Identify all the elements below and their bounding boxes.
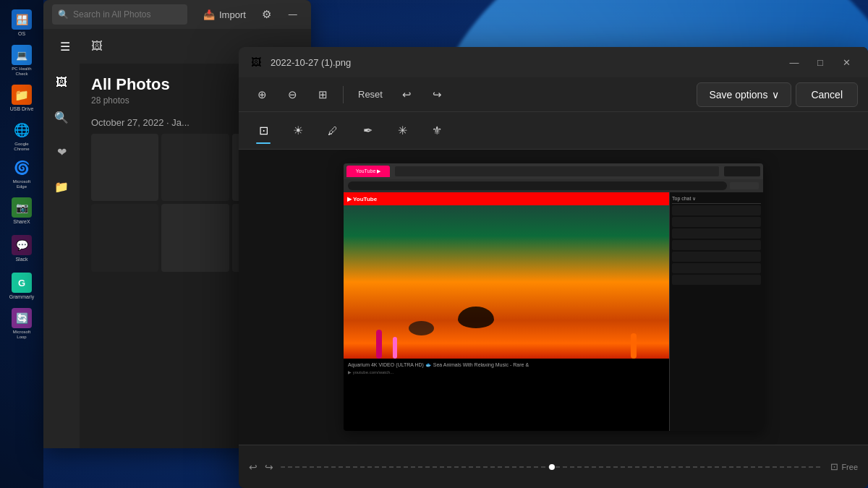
pen-icon: ✒ bbox=[363, 124, 373, 137]
taskbar-icon-pchealth[interactable]: 💻 PC HealthCheck bbox=[6, 45, 38, 77]
photos-maximize-button[interactable]: □ bbox=[306, 4, 311, 25]
editor-window: 🖼 2022-10-27 (1).png — □ ✕ ⊕ ⊖ ⊞ Reset ↩… bbox=[239, 47, 868, 488]
sidebar-folders-icon[interactable]: 📁 bbox=[48, 174, 75, 200]
photo-thumb-1[interactable] bbox=[91, 134, 158, 201]
eraser-tool-button[interactable]: 🖊 bbox=[318, 116, 347, 145]
filmstrip-timeline[interactable] bbox=[281, 466, 823, 468]
chevron-down-icon: ∨ bbox=[772, 89, 779, 100]
taskbar-icon-grammarly[interactable]: G Grammarly bbox=[6, 270, 38, 302]
photos-search-bar[interactable]: 🔍 bbox=[52, 4, 187, 25]
photos-titlebar: 🔍 📥 Import ⚙ — □ ✕ bbox=[43, 0, 311, 29]
editor-app-icon: 🖼 bbox=[249, 55, 263, 69]
filmstrip-undo-icon[interactable]: ↩ bbox=[249, 461, 258, 473]
undo-button[interactable]: ↩ bbox=[394, 82, 420, 107]
import-icon: 📥 bbox=[203, 9, 215, 20]
more-tools-button[interactable]: ⚜ bbox=[422, 116, 451, 145]
photos-win-controls: — □ ✕ bbox=[283, 4, 311, 25]
search-icon: 🔍 bbox=[58, 9, 69, 20]
editor-minimize-button[interactable]: — bbox=[783, 52, 806, 72]
taskbar-icon-loop[interactable]: 🔄 MicrosoftLoop bbox=[6, 308, 38, 340]
taskbar-left: 🪟 OS 💻 PC HealthCheck 📁 USB Drive 🌐 Goog… bbox=[0, 0, 43, 488]
photo-thumb-5[interactable] bbox=[161, 204, 229, 271]
taskbar-icon-slack[interactable]: 💬 Slack bbox=[6, 233, 38, 265]
editor-close-button[interactable]: ✕ bbox=[835, 52, 858, 72]
editor-secondary-toolbar: ⊡ ☀ 🖊 ✒ ✳ ⚜ bbox=[239, 112, 868, 150]
reset-button[interactable]: Reset bbox=[351, 82, 390, 107]
editor-maximize-button[interactable]: □ bbox=[809, 52, 832, 72]
filmstrip-redo-icon[interactable]: ↪ bbox=[265, 461, 273, 473]
effects-icon: ✳ bbox=[398, 124, 407, 137]
undo-icon: ↩ bbox=[402, 88, 412, 101]
sidebar-search-icon[interactable]: 🔍 bbox=[48, 104, 75, 130]
pen-tool-button[interactable]: ✒ bbox=[353, 116, 382, 145]
toolbar-divider-1 bbox=[343, 86, 344, 103]
fit-view-button[interactable]: ⊞ bbox=[310, 82, 336, 107]
brightness-tool-button[interactable]: ☀ bbox=[284, 116, 312, 145]
photos-import-button[interactable]: 📥 Import bbox=[193, 5, 256, 25]
photo-thumb-2[interactable] bbox=[161, 134, 229, 201]
zoom-in-icon: ⊕ bbox=[258, 88, 267, 101]
photos-menu-icon[interactable]: ☰ bbox=[52, 33, 78, 59]
zoom-out-button[interactable]: ⊖ bbox=[279, 82, 305, 107]
eraser-icon: 🖊 bbox=[328, 125, 338, 137]
editor-top-toolbar: ⊕ ⊖ ⊞ Reset ↩ ↪ Save options ∨ Cancel bbox=[239, 77, 868, 112]
photo-thumb-4[interactable] bbox=[91, 204, 158, 271]
sidebar-favorites-icon[interactable]: ❤ bbox=[48, 139, 75, 165]
photos-minimize-button[interactable]: — bbox=[283, 4, 303, 25]
taskbar-icon-usb[interactable]: 📁 USB Drive bbox=[6, 82, 38, 114]
taskbar-icon-sharex[interactable]: 📷 ShareX bbox=[6, 195, 38, 227]
editor-win-controls: — □ ✕ bbox=[783, 52, 858, 72]
taskbar-icon-chrome[interactable]: 🌐 GoogleChrome bbox=[6, 120, 38, 152]
taskbar-icon-edge[interactable]: 🌀 MicrosoftEdge bbox=[6, 158, 38, 189]
photos-sidebar: 🖼 🔍 ❤ 📁 bbox=[43, 64, 80, 448]
editor-filmstrip: ↩ ↪ ⊡ Free bbox=[239, 445, 868, 488]
editor-titlebar: 🖼 2022-10-27 (1).png — □ ✕ bbox=[239, 47, 868, 77]
zoom-out-icon: ⊖ bbox=[288, 88, 297, 101]
editor-canvas: YouTube ▶ ▶ YouTube bbox=[239, 150, 868, 445]
filmstrip-thumb[interactable] bbox=[549, 464, 555, 470]
crop-icon: ⊡ bbox=[259, 124, 268, 137]
save-options-button[interactable]: Save options ∨ bbox=[697, 82, 791, 107]
settings-icon: ⚙ bbox=[262, 8, 271, 21]
effects-tool-button[interactable]: ✳ bbox=[388, 116, 417, 145]
filmstrip-icon-label: ⊡ bbox=[830, 461, 838, 472]
redo-button[interactable]: ↪ bbox=[425, 82, 451, 107]
youtube-screenshot: YouTube ▶ ▶ YouTube bbox=[344, 163, 763, 431]
screenshot-preview: YouTube ▶ ▶ YouTube bbox=[344, 163, 763, 431]
photos-settings-button[interactable]: ⚙ bbox=[262, 2, 271, 27]
crop-tool-button[interactable]: ⊡ bbox=[249, 116, 278, 145]
filmstrip-label: Free bbox=[841, 463, 858, 471]
zoom-in-button[interactable]: ⊕ bbox=[249, 82, 275, 107]
filmstrip-label-area: ⊡ Free bbox=[830, 461, 858, 472]
sidebar-photos-icon[interactable]: 🖼 bbox=[48, 69, 75, 95]
editor-filename: 2022-10-27 (1).png bbox=[271, 57, 775, 68]
more-icon: ⚜ bbox=[432, 124, 442, 137]
fit-view-icon: ⊞ bbox=[318, 88, 328, 101]
taskbar-icon-os[interactable]: 🪟 OS bbox=[6, 7, 38, 39]
photos-collection-icon[interactable]: 🖼 bbox=[84, 33, 110, 59]
cancel-button[interactable]: Cancel bbox=[796, 82, 858, 107]
redo-icon: ↪ bbox=[433, 88, 442, 101]
brightness-icon: ☀ bbox=[293, 124, 303, 137]
photos-search-input[interactable] bbox=[73, 9, 182, 20]
